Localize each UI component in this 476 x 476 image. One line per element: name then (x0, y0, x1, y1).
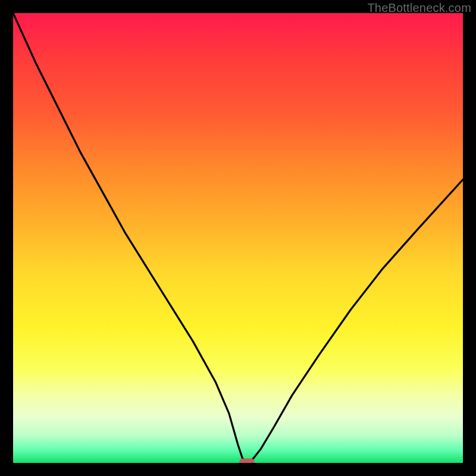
min-marker (239, 458, 255, 463)
chart-frame: TheBottleneck.com (0, 0, 476, 476)
bottleneck-curve (13, 13, 463, 463)
chart-svg (13, 13, 463, 463)
plot-area (13, 13, 463, 463)
